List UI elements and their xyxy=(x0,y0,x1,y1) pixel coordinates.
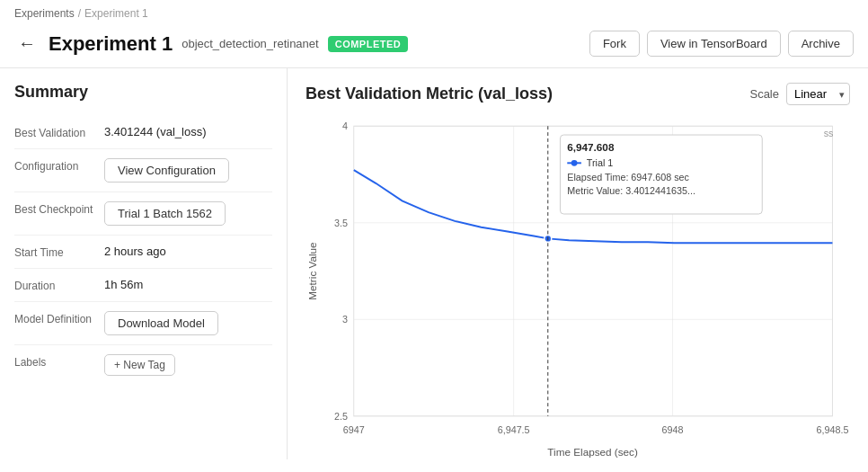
svg-text:3.5: 3.5 xyxy=(334,218,348,228)
scale-label: Scale xyxy=(749,87,779,101)
best-checkpoint-label: Best Checkpoint xyxy=(14,201,95,216)
best-validation-value: 3.401244 (val_loss) xyxy=(104,125,206,138)
start-time-value: 2 hours ago xyxy=(104,245,166,258)
scale-select[interactable]: Linear Log xyxy=(786,83,850,105)
svg-text:6,948.5: 6,948.5 xyxy=(817,424,849,435)
svg-text:ss: ss xyxy=(824,128,834,138)
svg-text:6,947.608: 6,947.608 xyxy=(567,141,615,153)
scale-wrapper[interactable]: Linear Log xyxy=(786,83,850,105)
svg-text:6948: 6948 xyxy=(662,424,684,435)
svg-text:2.5: 2.5 xyxy=(334,411,348,422)
summary-row-labels: Labels + New Tag xyxy=(14,345,272,385)
page-title: Experiment 1 xyxy=(49,32,173,56)
chart-header: Best Validation Metric (val_loss) Scale … xyxy=(306,83,850,105)
download-model-button[interactable]: Download Model xyxy=(104,311,218,335)
summary-row-duration: Duration 1h 56m xyxy=(14,269,272,302)
svg-text:Elapsed Time: 6947.608 sec: Elapsed Time: 6947.608 sec xyxy=(567,172,689,183)
summary-row-start-time: Start Time 2 hours ago xyxy=(14,236,272,269)
summary-row-model-definition: Model Definition Download Model xyxy=(14,302,272,345)
view-configuration-button[interactable]: View Configuration xyxy=(104,158,229,183)
svg-text:Trial 1: Trial 1 xyxy=(587,157,613,168)
summary-row-configuration: Configuration View Configuration xyxy=(14,149,272,192)
archive-button[interactable]: Archive xyxy=(788,31,854,57)
back-button[interactable]: ← xyxy=(14,33,40,54)
summary-panel: Summary Best Validation 3.401244 (val_lo… xyxy=(0,68,288,459)
chart-title: Best Validation Metric (val_loss) xyxy=(306,85,553,103)
breadcrumb: Experiments / Experiment 1 xyxy=(0,0,868,27)
duration-label: Duration xyxy=(14,278,95,292)
start-time-label: Start Time xyxy=(14,245,95,259)
svg-text:6,947.5: 6,947.5 xyxy=(498,424,530,435)
svg-text:Metric Value: Metric Value xyxy=(306,242,318,299)
summary-row-best-validation: Best Validation 3.401244 (val_loss) xyxy=(14,116,272,149)
model-name: object_detection_retinanet xyxy=(182,37,319,50)
main-content: Summary Best Validation 3.401244 (val_lo… xyxy=(0,68,868,459)
best-validation-label: Best Validation xyxy=(14,125,95,139)
svg-text:3: 3 xyxy=(342,314,348,325)
labels-label: Labels xyxy=(14,354,95,369)
breadcrumb-parent[interactable]: Experiments xyxy=(14,7,75,20)
duration-value: 1h 56m xyxy=(104,278,143,291)
scale-control: Scale Linear Log xyxy=(749,83,850,105)
svg-text:Metric Value: 3.4012441635...: Metric Value: 3.4012441635... xyxy=(567,186,695,197)
status-badge: COMPLETED xyxy=(328,36,409,52)
svg-text:Time Elapsed (sec): Time Elapsed (sec) xyxy=(547,446,638,458)
breadcrumb-current: Experiment 1 xyxy=(84,7,148,20)
breadcrumb-separator: / xyxy=(78,7,81,20)
model-definition-label: Model Definition xyxy=(14,311,95,325)
new-tag-button[interactable]: + New Tag xyxy=(104,354,175,376)
chart-area: 4 3.5 3 2.5 6947 6,947.5 6948 6,948.5 Me… xyxy=(306,116,850,459)
svg-point-22 xyxy=(571,160,578,166)
metric-chart: 4 3.5 3 2.5 6947 6,947.5 6948 6,948.5 Me… xyxy=(306,116,850,459)
summary-title: Summary xyxy=(14,83,272,102)
chart-panel: Best Validation Metric (val_loss) Scale … xyxy=(288,68,868,459)
svg-text:6947: 6947 xyxy=(343,424,365,435)
svg-text:4: 4 xyxy=(342,120,348,131)
best-checkpoint-button[interactable]: Trial 1 Batch 1562 xyxy=(104,201,226,226)
page-header: ← Experiment 1 object_detection_retinane… xyxy=(0,27,868,68)
header-actions: Fork View in TensorBoard Archive xyxy=(589,31,854,57)
header-left: ← Experiment 1 object_detection_retinane… xyxy=(14,32,589,56)
fork-button[interactable]: Fork xyxy=(589,31,640,57)
configuration-label: Configuration xyxy=(14,158,95,173)
summary-row-checkpoint: Best Checkpoint Trial 1 Batch 1562 xyxy=(14,192,272,236)
tensorboard-button[interactable]: View in TensorBoard xyxy=(647,31,781,57)
